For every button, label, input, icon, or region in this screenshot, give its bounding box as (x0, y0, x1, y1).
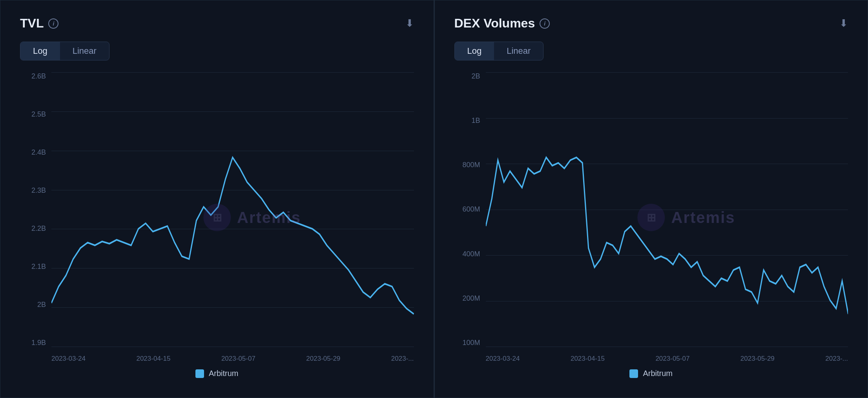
tvl-x-3: 2023-05-29 (306, 355, 340, 363)
dashboard: TVL i ⬇ Log Linear 2.6B 2.5B 2.4B 2.3B 2… (0, 0, 868, 398)
tvl-y-label-5: 2.1B (31, 263, 46, 271)
dex-chart-area: 2B 1B 800M 600M 400M 200M 100M (454, 72, 848, 363)
tvl-legend-label: Arbitrum (209, 369, 239, 378)
tvl-x-0: 2023-03-24 (51, 355, 86, 363)
tvl-x-1: 2023-04-15 (136, 355, 170, 363)
dex-header: DEX Volumes i ⬇ (454, 16, 848, 31)
tvl-panel: TVL i ⬇ Log Linear 2.6B 2.5B 2.4B 2.3B 2… (0, 0, 434, 398)
tvl-legend: Arbitrum (20, 369, 414, 378)
tvl-x-2: 2023-05-07 (221, 355, 255, 363)
tvl-y-label-3: 2.3B (31, 186, 46, 195)
dex-x-axis: 2023-03-24 2023-04-15 2023-05-07 2023-05… (486, 347, 848, 363)
dex-x-4: 2023-... (825, 355, 848, 363)
dex-chart-inner: ⊞ Artemis 2023-03-24 2023-04-15 2023-05-… (486, 72, 848, 363)
tvl-y-label-6: 2B (37, 301, 46, 309)
tvl-log-button[interactable]: Log (20, 42, 60, 60)
tvl-y-label-1: 2.5B (31, 110, 46, 119)
dex-x-1: 2023-04-15 (571, 355, 605, 363)
tvl-toggle-group: Log Linear (20, 42, 109, 60)
dex-y-label-5: 200M (462, 294, 480, 303)
tvl-y-label-7: 1.9B (31, 339, 46, 347)
dex-title-row: DEX Volumes i (454, 16, 550, 31)
tvl-y-label-4: 2.2B (31, 225, 46, 233)
tvl-x-axis: 2023-03-24 2023-04-15 2023-05-07 2023-05… (51, 347, 414, 363)
tvl-line-chart (51, 72, 414, 347)
tvl-header: TVL i ⬇ (20, 16, 414, 31)
tvl-y-axis: 2.6B 2.5B 2.4B 2.3B 2.2B 2.1B 2B 1.9B (20, 72, 51, 363)
dex-toggle-group: Log Linear (454, 42, 544, 60)
tvl-download-icon[interactable]: ⬇ (405, 17, 414, 29)
dex-x-2: 2023-05-07 (655, 355, 689, 363)
dex-y-axis: 2B 1B 800M 600M 400M 200M 100M (454, 72, 486, 363)
dex-title: DEX Volumes (454, 16, 535, 31)
dex-legend-color (629, 369, 638, 378)
dex-download-icon[interactable]: ⬇ (839, 17, 848, 29)
dex-line-chart (486, 72, 848, 347)
tvl-y-label-2: 2.4B (31, 148, 46, 157)
tvl-info-icon[interactable]: i (48, 18, 58, 29)
dex-log-button[interactable]: Log (455, 42, 494, 60)
dex-y-label-3: 600M (462, 205, 480, 214)
dex-y-label-4: 400M (462, 250, 480, 258)
tvl-y-label-0: 2.6B (31, 72, 46, 80)
dex-legend-label: Arbitrum (643, 369, 673, 378)
dex-panel: DEX Volumes i ⬇ Log Linear 2B 1B 800M 60… (434, 0, 868, 398)
dex-y-label-0: 2B (471, 72, 480, 80)
dex-y-label-6: 100M (462, 339, 480, 347)
dex-legend: Arbitrum (454, 369, 848, 378)
tvl-chart-area: 2.6B 2.5B 2.4B 2.3B 2.2B 2.1B 2B 1.9B (20, 72, 414, 363)
dex-info-icon[interactable]: i (540, 18, 550, 29)
tvl-linear-button[interactable]: Linear (60, 42, 109, 60)
tvl-title: TVL (20, 16, 44, 31)
dex-x-3: 2023-05-29 (740, 355, 775, 363)
tvl-x-4: 2023-... (391, 355, 414, 363)
dex-y-label-1: 1B (471, 117, 480, 125)
dex-x-0: 2023-03-24 (486, 355, 520, 363)
dex-linear-button[interactable]: Linear (494, 42, 543, 60)
tvl-chart-inner: ⊞ Artemis 2023-03-24 2023-04-15 2023-05-… (51, 72, 414, 363)
dex-y-label-2: 800M (462, 161, 480, 169)
tvl-legend-color (195, 369, 204, 378)
tvl-title-row: TVL i (20, 16, 58, 31)
